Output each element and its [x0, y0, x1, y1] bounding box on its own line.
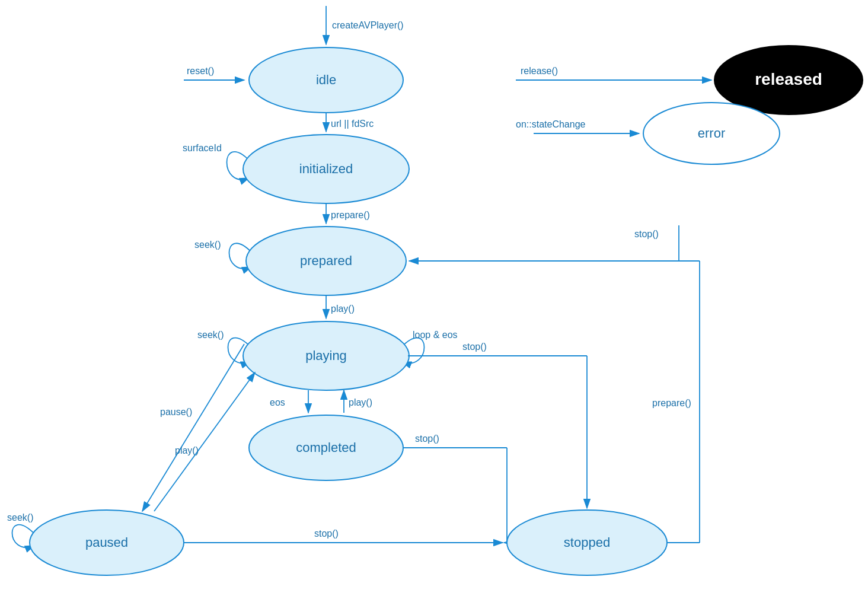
arrow-play-from-paused [154, 372, 255, 511]
label-completed: completed [296, 440, 356, 455]
label-url: url || fdSrc [331, 119, 374, 129]
label-stop-top: stop() [634, 229, 659, 239]
label-reset: reset() [187, 66, 214, 76]
label-release: release() [521, 66, 558, 76]
label-play1: play() [331, 304, 355, 314]
label-initialized: initialized [299, 161, 353, 176]
label-stop-playing: stop() [462, 342, 487, 352]
label-loop-eos: loop & eos [413, 330, 458, 340]
label-play-paused: play() [175, 445, 199, 455]
label-playing: playing [305, 348, 347, 363]
label-seek-prepared: seek() [194, 240, 221, 250]
label-eos: eos [270, 397, 285, 407]
label-stop-completed: stop() [415, 434, 439, 444]
label-error: error [698, 126, 725, 141]
label-prepare-from-stopped: prepare() [652, 398, 691, 408]
label-released: released [755, 70, 822, 88]
label-paused: paused [85, 535, 128, 550]
label-prepare1: prepare() [331, 210, 370, 220]
label-pause: pause() [160, 407, 192, 417]
arrow-pause-paused [142, 344, 244, 511]
label-prepared: prepared [300, 253, 352, 268]
label-stop-paused: stop() [314, 528, 339, 539]
label-stopped: stopped [564, 535, 610, 550]
label-state-change: on::stateChange [516, 119, 586, 129]
label-seek-paused: seek() [7, 512, 33, 522]
label-seek-playing: seek() [197, 330, 224, 340]
label-create: createAVPlayer() [332, 20, 404, 30]
label-surfaceid: surfaceId [183, 143, 222, 153]
label-play-completed: play() [349, 397, 372, 407]
label-idle: idle [316, 72, 336, 87]
